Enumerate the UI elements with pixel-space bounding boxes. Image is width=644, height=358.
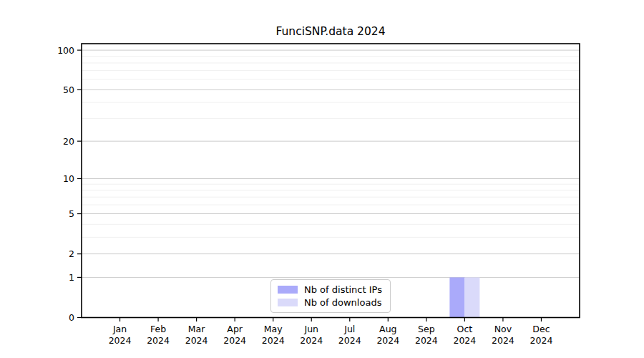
legend-item-downloads: Nb of downloads [278,296,384,309]
x-tick-label-year: 2024 [185,335,208,346]
x-tick-label-month: Feb [150,324,166,334]
x-tick-label-month: Dec [532,324,550,334]
legend-label-downloads: Nb of downloads [304,298,381,307]
y-tick-label: 20 [63,136,74,147]
legend-swatch-distinct-ips [278,286,298,294]
y-tick-label: 1 [69,272,74,283]
y-tick-label: 5 [69,208,74,219]
x-tick-label-month: Apr [227,324,243,334]
y-tick-label: 2 [69,248,74,259]
y-tick-label: 50 [63,84,74,95]
bar-nb-of-downloads-oct [464,277,479,317]
figure: FunciSNP.data 2024 0125102050100Jan2024F… [0,0,644,358]
x-tick-label-year: 2024 [262,335,285,346]
legend-swatch-downloads [278,299,298,306]
x-tick-label-month: Sep [418,324,435,334]
x-tick-label-month: Jan [112,324,127,334]
legend-label-distinct-ips: Nb of distinct IPs [304,285,382,294]
legend-item-distinct-ips: Nb of distinct IPs [278,284,384,296]
plot-border [82,44,580,318]
bar-nb-of-distinct-ips-oct [449,277,464,317]
y-tick-label: 100 [57,45,74,56]
y-tick-label: 0 [69,312,74,323]
x-tick-label-year: 2024 [492,335,514,346]
x-tick-label-year: 2024 [109,335,132,346]
x-tick-label-month: May [264,324,283,334]
x-tick-label-month: Mar [188,324,205,334]
x-tick-label-year: 2024 [530,335,553,346]
x-tick-label-year: 2024 [300,335,323,346]
x-tick-label-month: Oct [457,324,473,334]
x-tick-label-year: 2024 [147,335,170,346]
legend: Nb of distinct IPs Nb of downloads [270,279,391,313]
y-tick-label: 10 [63,173,74,184]
x-tick-label-year: 2024 [453,335,476,346]
x-tick-label-year: 2024 [415,335,438,346]
x-tick-label-year: 2024 [338,335,361,346]
x-tick-label-year: 2024 [376,335,399,346]
x-tick-label-month: Jun [303,324,318,334]
x-tick-label-month: Aug [379,324,396,334]
x-tick-label-month: Jul [343,324,355,334]
x-tick-label-year: 2024 [223,335,246,346]
x-tick-label-month: Nov [494,324,512,334]
